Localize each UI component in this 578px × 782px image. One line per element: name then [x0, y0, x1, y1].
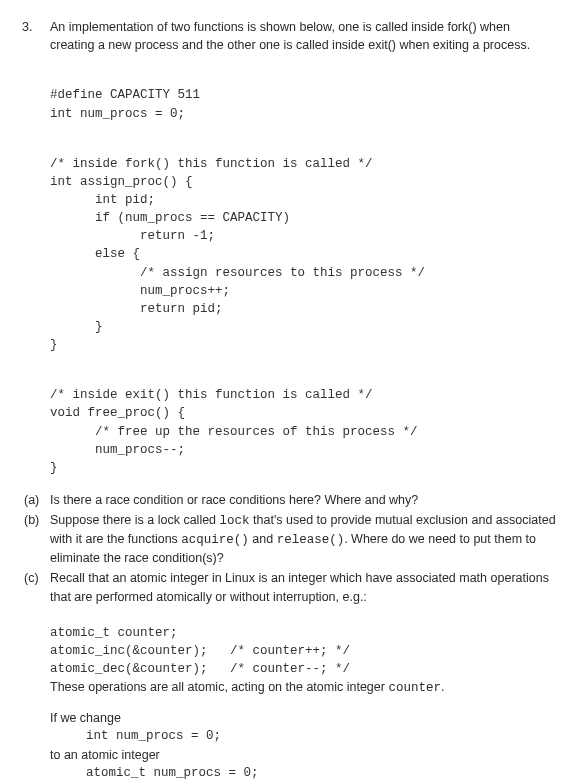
code-line: } — [50, 338, 58, 352]
code-line: else { — [50, 247, 140, 261]
code-block-assign-proc: /* inside fork() this function is called… — [50, 137, 556, 355]
part-label: (b) — [24, 511, 44, 567]
code-block-atomic-intro: atomic_t counter; atomic_inc(&counter); … — [50, 606, 556, 679]
text: . — [441, 680, 444, 694]
if-we-change: If we change — [50, 709, 556, 727]
code-line: #define CAPACITY 511 — [50, 88, 200, 102]
code-line: num_procs++; — [50, 284, 230, 298]
part-c-body: Recall that an atomic integer in Linux i… — [50, 569, 556, 782]
part-c: (c) Recall that an atomic integer in Lin… — [24, 569, 556, 782]
code-line: int assign_proc() { — [50, 175, 193, 189]
part-label: (c) — [24, 569, 44, 782]
part-c-after1: These operations are all atomic, acting … — [50, 678, 556, 697]
inline-code: lock — [220, 514, 250, 528]
part-b: (b) Suppose there is a lock called lock … — [24, 511, 556, 567]
subparts: (a) Is there a race condition or race co… — [24, 491, 556, 782]
code-line: int num_procs = 0; — [50, 107, 185, 121]
code-line: if (num_procs == CAPACITY) — [50, 211, 290, 225]
original-decl: int num_procs = 0; — [86, 727, 556, 745]
code-line: /* inside fork() this function is called… — [50, 157, 373, 171]
text: and — [249, 532, 277, 546]
code-line: return -1; — [50, 229, 215, 243]
to-atomic: to an atomic integer — [50, 746, 556, 764]
inline-code: counter — [388, 681, 441, 695]
code-line: /* free up the resources of this process… — [50, 425, 418, 439]
code-line: void free_proc() { — [50, 406, 185, 420]
part-label: (a) — [24, 491, 44, 509]
code-line: } — [50, 461, 58, 475]
code-line: atomic_inc(&counter); /* counter++; */ — [50, 644, 350, 658]
question-body: An implementation of two functions is sh… — [50, 18, 556, 782]
text: These operations are all atomic, acting … — [50, 680, 388, 694]
code-line: /* inside exit() this function is called… — [50, 388, 373, 402]
code-line: /* assign resources to this process */ — [50, 266, 425, 280]
code-block-defines: #define CAPACITY 511 int num_procs = 0; — [50, 68, 556, 122]
code-line: atomic_t counter; — [50, 626, 178, 640]
code-line: } — [50, 320, 103, 334]
code-line: atomic_dec(&counter); /* counter--; */ — [50, 662, 350, 676]
code-block-free-proc: /* inside exit() this function is called… — [50, 368, 556, 477]
inline-code: acquire() — [181, 533, 249, 547]
question-stem: An implementation of two functions is sh… — [50, 18, 556, 54]
code-line: int pid; — [50, 193, 155, 207]
part-c-intro: Recall that an atomic integer in Linux i… — [50, 569, 556, 605]
text: Suppose there is a lock called — [50, 513, 220, 527]
code-line: num_procs--; — [50, 443, 185, 457]
code-line: return pid; — [50, 302, 223, 316]
part-b-text: Suppose there is a lock called lock that… — [50, 511, 556, 567]
part-a-text: Is there a race condition or race condit… — [50, 491, 556, 509]
question-row: 3. An implementation of two functions is… — [22, 18, 556, 782]
inline-code: release() — [277, 533, 345, 547]
part-a: (a) Is there a race condition or race co… — [24, 491, 556, 509]
new-decl: atomic_t num_procs = 0; — [86, 764, 556, 782]
